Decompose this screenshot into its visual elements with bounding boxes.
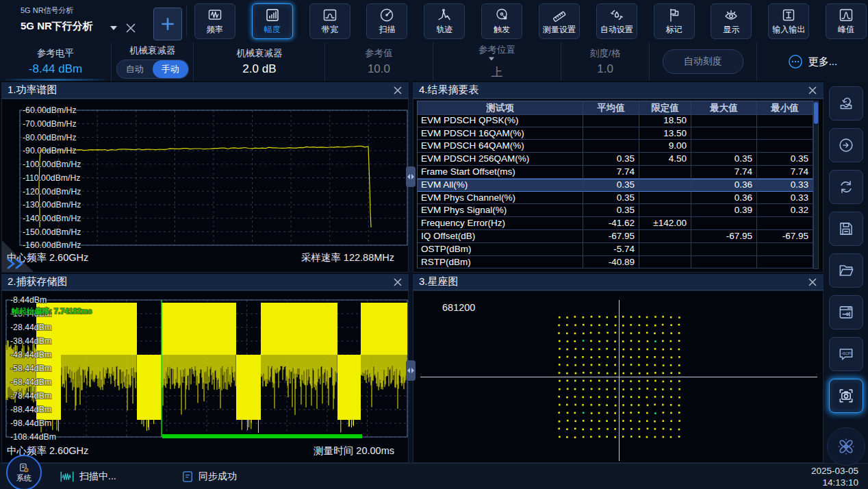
table-cell[interactable]: -67.95 <box>583 230 639 243</box>
toolbar-button-12[interactable]: 峰值 <box>826 3 867 39</box>
table-cell[interactable]: -41.62 <box>583 217 639 230</box>
table-cell[interactable]: 7.74 <box>757 166 813 179</box>
splitter-handle[interactable] <box>406 166 416 187</box>
sidebar-button-folder-open[interactable] <box>829 253 863 288</box>
table-cell[interactable] <box>757 243 813 256</box>
table-cell[interactable] <box>639 256 691 269</box>
table-cell[interactable]: 0.33 <box>757 192 813 205</box>
close-icon[interactable] <box>393 86 403 95</box>
table-cell[interactable]: -67.95 <box>691 230 757 243</box>
more-button[interactable]: 更多... <box>757 42 868 81</box>
table-cell[interactable]: 0.35 <box>583 153 639 166</box>
table-cell[interactable] <box>639 192 691 205</box>
close-measurement-button[interactable] <box>125 23 136 34</box>
sidebar-button-preset-recall[interactable] <box>829 86 863 121</box>
table-cell[interactable] <box>691 217 757 230</box>
table-cell[interactable]: 4.50 <box>639 153 691 166</box>
table-cell[interactable]: 18.50 <box>639 114 691 127</box>
table-cell[interactable] <box>757 114 813 127</box>
table-cell[interactable] <box>757 217 813 230</box>
toggle-option-auto[interactable]: 自动 <box>117 60 153 78</box>
table-cell[interactable] <box>583 127 639 140</box>
capture-header[interactable]: 2.捕获存储图 <box>1 274 409 290</box>
table-cell[interactable] <box>583 114 639 127</box>
summary-header[interactable]: 4.结果摘要表 <box>413 82 824 99</box>
table-cell[interactable] <box>639 230 691 243</box>
table-cell[interactable]: 0.36 <box>691 192 757 205</box>
table-row-name[interactable]: RSTP(dBm) <box>418 256 583 269</box>
sidebar-button-screenshot[interactable] <box>829 379 863 413</box>
sidebar-button-arrow-circle[interactable] <box>829 128 863 162</box>
table-cell[interactable] <box>691 140 757 153</box>
ref-position-field[interactable]: 参考位置 上 <box>433 42 562 81</box>
table-row-name[interactable]: EVM Phys Channel(%) <box>418 192 583 205</box>
table-cell[interactable]: -40.89 <box>583 256 639 269</box>
table-cell[interactable]: 13.50 <box>639 127 691 140</box>
sidebar-button-save[interactable] <box>829 212 863 246</box>
table-cell[interactable] <box>757 140 813 153</box>
table-cell[interactable] <box>583 140 639 153</box>
toolbar-button-3[interactable]: 带宽 <box>309 3 350 39</box>
table-cell[interactable]: 0.35 <box>583 204 639 217</box>
table-cell[interactable] <box>639 179 691 192</box>
table-row-name[interactable]: EVM PDSCH 256QAM(%) <box>418 153 583 166</box>
toolbar-button-2[interactable]: 幅度 <box>252 3 293 39</box>
table-row-name[interactable]: EVM PDSCH 64QAM(%) <box>418 140 583 153</box>
close-icon[interactable] <box>808 277 817 287</box>
scrollbar-thumb[interactable] <box>814 102 818 124</box>
close-icon[interactable] <box>808 86 817 95</box>
table-cell[interactable] <box>691 243 757 256</box>
table-row-name[interactable]: EVM PDSCH 16QAM(%) <box>418 127 583 140</box>
power-spectrum-header[interactable]: 1.功率谱图 <box>1 82 409 99</box>
auto-scale-button[interactable]: 自动刻度 <box>663 49 743 74</box>
mech-att-field[interactable]: 机械衰减器 2.0 dB <box>194 42 325 81</box>
ref-level-field[interactable]: 参考电平 -8.44 dBm <box>0 42 112 81</box>
system-button[interactable]: 系统 <box>6 455 42 489</box>
table-row-name[interactable]: EVM All(%) <box>418 179 583 192</box>
table-cell[interactable]: 7.74 <box>583 166 639 179</box>
toolbar-button-11[interactable]: 输入输出 <box>768 3 809 39</box>
toolbar-button-10[interactable]: 显示 <box>711 3 752 39</box>
table-cell[interactable]: 0.35 <box>691 153 757 166</box>
panel-splitter[interactable] <box>409 81 413 463</box>
splitter-handle[interactable] <box>406 360 416 381</box>
table-cell[interactable] <box>691 114 757 127</box>
table-cell[interactable]: 0.35 <box>583 192 639 205</box>
close-icon[interactable] <box>393 277 403 287</box>
sidebar-button-navigate-flower[interactable] <box>827 427 865 466</box>
toggle-option-manual[interactable]: 手动 <box>153 60 188 78</box>
table-cell[interactable]: 0.35 <box>583 179 639 192</box>
table-row-name[interactable]: OSTP(dBm) <box>418 243 583 256</box>
table-row-name[interactable]: EVM Phys Signal(%) <box>418 204 583 217</box>
toolbar-button-8[interactable]: 自动设置 <box>596 3 637 39</box>
table-cell[interactable]: 0.39 <box>691 204 757 217</box>
table-cell[interactable]: 0.33 <box>757 179 813 192</box>
table-cell[interactable]: 0.36 <box>691 179 757 192</box>
table-cell[interactable]: 0.35 <box>757 153 813 166</box>
table-cell[interactable]: -67.95 <box>757 230 813 243</box>
table-cell[interactable] <box>757 256 813 269</box>
table-cell[interactable] <box>639 243 691 256</box>
chevron-down-icon[interactable] <box>110 25 118 32</box>
table-cell[interactable] <box>639 166 691 179</box>
toolbar-button-7[interactable]: 测量设置 <box>539 3 580 39</box>
sidebar-button-front-panel[interactable] <box>829 295 863 329</box>
table-cell[interactable]: -5.74 <box>583 243 639 256</box>
table-row-name[interactable]: EVM PDSCH QPSK(%) <box>418 114 583 127</box>
toolbar-button-1[interactable]: 频率 <box>194 3 235 39</box>
table-cell[interactable]: ±142.00 <box>639 217 691 230</box>
table-cell[interactable] <box>639 204 691 217</box>
toolbar-button-6[interactable]: 触发 <box>481 3 522 39</box>
add-measurement-button[interactable] <box>153 8 182 40</box>
table-row-name[interactable]: Frame Start Offset(ms) <box>418 166 583 179</box>
constellation-header[interactable]: 3.星座图 <box>413 274 824 290</box>
table-cell[interactable]: 7.74 <box>691 166 757 179</box>
table-scrollbar[interactable] <box>813 101 819 269</box>
table-cell[interactable]: 9.00 <box>639 140 691 153</box>
sidebar-button-sync[interactable] <box>829 170 863 204</box>
toolbar-button-4[interactable]: 扫描 <box>366 3 407 39</box>
table-row-name[interactable]: Frequency Error(Hz) <box>418 217 583 230</box>
sidebar-button-scpi[interactable]: •SCPI <box>829 337 863 371</box>
ref-value-field[interactable]: 参考值 10.0 <box>325 42 433 81</box>
toolbar-button-5[interactable]: 轨迹 <box>424 3 465 39</box>
